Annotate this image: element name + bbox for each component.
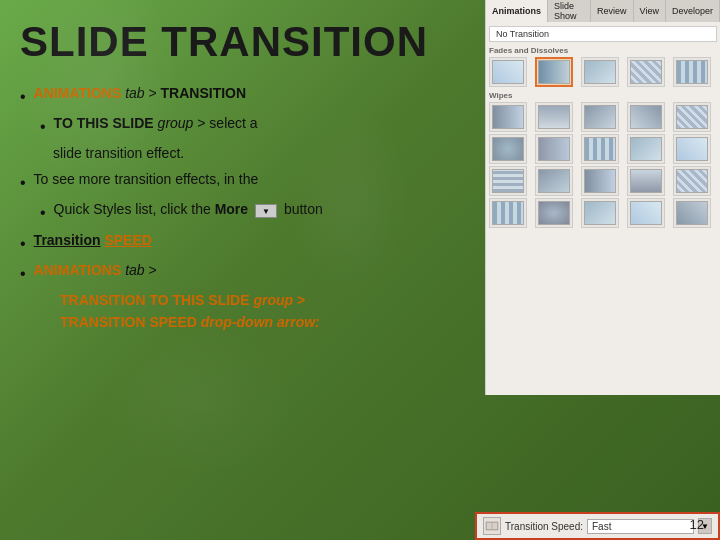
- wipe-thumb-10: [676, 137, 708, 161]
- wipe-thumb-19: [630, 201, 662, 225]
- no-transition-bar: No Transition: [489, 26, 717, 42]
- wipe-cell-8[interactable]: [581, 134, 619, 164]
- bullet-7-text: ANIMATIONS tab >: [34, 259, 157, 283]
- bullet-4-text: To see more transition effects, in the: [34, 168, 259, 192]
- wipe-cell-9[interactable]: [627, 134, 665, 164]
- bullet-marker-4: •: [20, 169, 26, 196]
- ribbon-content: No Transition Fades and Dissolves Wipes: [486, 22, 720, 236]
- speed-text: SPEED: [104, 232, 151, 248]
- bullet-marker-6: •: [20, 230, 26, 257]
- wipe-cell-12[interactable]: [535, 166, 573, 196]
- wipe-thumb-4: [630, 105, 662, 129]
- bullet-2-text: TO THIS SLIDE group > select a: [54, 112, 258, 136]
- fades-grid: [489, 57, 717, 87]
- tab-view[interactable]: View: [634, 0, 666, 22]
- no-transition-label: No Transition: [496, 29, 549, 39]
- ribbon-panel: Animations Slide Show Review View Develo…: [485, 0, 720, 395]
- speed-icon: [483, 517, 501, 535]
- wipe-thumb-6: [492, 137, 524, 161]
- trans-cell-4[interactable]: [627, 57, 665, 87]
- wipe-cell-3[interactable]: [581, 102, 619, 132]
- wipe-thumb-12: [538, 169, 570, 193]
- animations-label-2: ANIMATIONS: [34, 262, 126, 278]
- tab-review[interactable]: Review: [591, 0, 634, 22]
- wipe-cell-11[interactable]: [489, 166, 527, 196]
- wipe-cell-7[interactable]: [535, 134, 573, 164]
- wipe-cell-14[interactable]: [627, 166, 665, 196]
- wipe-thumb-17: [538, 201, 570, 225]
- wipe-cell-1[interactable]: [489, 102, 527, 132]
- bullet-3-text: slide transition effect.: [53, 142, 184, 166]
- to-this-slide-label: TO THIS SLIDE: [54, 115, 158, 131]
- more-label: More: [215, 201, 248, 217]
- bullet-5-text: Quick Styles list, click the More ▼ butt…: [54, 198, 323, 222]
- group-label: group: [158, 115, 194, 131]
- wipe-cell-2[interactable]: [535, 102, 573, 132]
- slide-background: SLIDE TRANSITION • ANIMATIONS tab > TRAN…: [0, 0, 720, 540]
- bullet-marker: •: [20, 83, 26, 110]
- trans-cell-3[interactable]: [581, 57, 619, 87]
- trans-thumb-2: [538, 60, 570, 84]
- transition-speed-bar: Transition Speed: Fast ▼: [475, 512, 720, 540]
- wipe-cell-17[interactable]: [535, 198, 573, 228]
- speed-svg-icon: [485, 519, 499, 533]
- wipe-cell-4[interactable]: [627, 102, 665, 132]
- page-number: 12: [690, 517, 704, 532]
- tab-label-2: tab: [125, 262, 144, 278]
- wipe-cell-13[interactable]: [581, 166, 619, 196]
- wipe-thumb-7: [538, 137, 570, 161]
- speed-bar-label: Transition Speed:: [505, 521, 583, 532]
- animations-label: ANIMATIONS: [34, 85, 126, 101]
- trans-cell-1[interactable]: [489, 57, 527, 87]
- fades-section-label: Fades and Dissolves: [489, 46, 717, 55]
- wipe-thumb-15: [676, 169, 708, 193]
- tab-animations[interactable]: Animations: [486, 0, 548, 22]
- sub-arrow: >: [293, 292, 305, 308]
- wipe-cell-6[interactable]: [489, 134, 527, 164]
- bullet-marker-7: •: [20, 260, 26, 287]
- wipe-thumb-5: [676, 105, 708, 129]
- wipe-thumb-14: [630, 169, 662, 193]
- transition-label: TRANSITION: [161, 85, 247, 101]
- wipe-thumb-9: [630, 137, 662, 161]
- trans-thumb-4: [630, 60, 662, 84]
- wipes-grid: [489, 102, 717, 228]
- wipe-cell-5[interactable]: [673, 102, 711, 132]
- wipes-section-label: Wipes: [489, 91, 717, 100]
- trans-thumb-5: [676, 60, 708, 84]
- trans-cell-5[interactable]: [673, 57, 711, 87]
- tab-developer[interactable]: Developer: [666, 0, 720, 22]
- trans-cell-2[interactable]: [535, 57, 573, 87]
- wipe-thumb-16: [492, 201, 524, 225]
- group-label-sub: group: [253, 292, 293, 308]
- transition-underline: Transition: [34, 232, 101, 248]
- wipe-cell-16[interactable]: [489, 198, 527, 228]
- tab-label: tab: [125, 85, 144, 101]
- sub-line-2: TRANSITION SPEED: [60, 314, 201, 330]
- wipe-cell-19[interactable]: [627, 198, 665, 228]
- drop-down-label: drop-down arrow:: [201, 314, 320, 330]
- bullet-marker-2: •: [40, 113, 46, 140]
- wipe-cell-15[interactable]: [673, 166, 711, 196]
- ribbon-tabs: Animations Slide Show Review View Develo…: [486, 0, 720, 22]
- trans-thumb-1: [492, 60, 524, 84]
- bullet-marker-5: •: [40, 199, 46, 226]
- bullet-1-text: ANIMATIONS tab > TRANSITION: [34, 82, 247, 106]
- wipe-thumb-11: [492, 169, 524, 193]
- wipe-thumb-8: [584, 137, 616, 161]
- wipe-cell-20[interactable]: [673, 198, 711, 228]
- wipe-thumb-18: [584, 201, 616, 225]
- wipe-cell-18[interactable]: [581, 198, 619, 228]
- sub-line-1: TRANSITION TO THIS SLIDE: [60, 292, 253, 308]
- wipe-thumb-1: [492, 105, 524, 129]
- wipe-cell-10[interactable]: [673, 134, 711, 164]
- wipe-thumb-3: [584, 105, 616, 129]
- arrow-1: >: [145, 85, 161, 101]
- trans-thumb-3: [584, 60, 616, 84]
- wipe-thumb-13: [584, 169, 616, 193]
- wipe-thumb-20: [676, 201, 708, 225]
- wipe-thumb-2: [538, 105, 570, 129]
- tab-slideshow[interactable]: Slide Show: [548, 0, 591, 22]
- speed-bar-value: Fast: [587, 519, 694, 534]
- bullet-6-text: Transition SPEED: [34, 229, 152, 253]
